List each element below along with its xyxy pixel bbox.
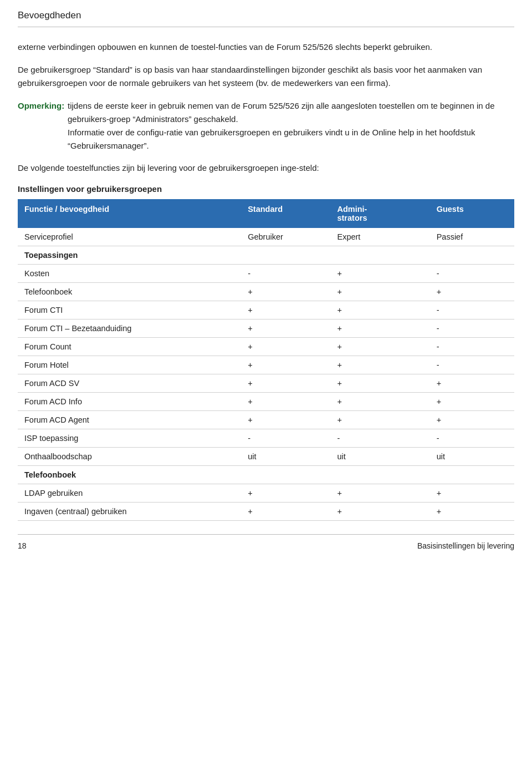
value-cell: + (241, 411, 330, 429)
value-cell: + (330, 411, 429, 429)
feature-cell: Forum Hotel (18, 356, 241, 374)
table-section-title: Instellingen voor gebruikersgroepen (18, 184, 514, 194)
value-cell: + (330, 484, 429, 503)
value-cell: + (330, 319, 429, 338)
value-cell: + (330, 338, 429, 356)
table-row: LDAP gebruiken+++ (18, 484, 514, 503)
feature-cell: Serviceprofiel (18, 228, 241, 246)
table-row: ISP toepassing--- (18, 429, 514, 448)
table-header-row: Functie / bevoegdheid Standard Admini-st… (18, 199, 514, 228)
value-cell: + (241, 503, 330, 521)
value-cell: + (330, 393, 429, 411)
footer-page-number: 18 (18, 541, 27, 550)
col-header-admin: Admini-strators (330, 199, 429, 228)
feature-cell: Telefoonboek (18, 283, 241, 301)
value-cell: + (241, 283, 330, 301)
value-cell: + (330, 283, 429, 301)
value-cell: + (430, 283, 514, 301)
table-row: Telefoonboek (18, 466, 514, 484)
note-block: Opmerking: tijdens de eerste keer in geb… (18, 99, 514, 153)
value-cell: uit (241, 448, 330, 466)
value-cell: - (430, 265, 514, 283)
value-cell: uit (330, 448, 429, 466)
value-cell: + (330, 503, 429, 521)
value-cell: - (430, 429, 514, 448)
value-cell: - (241, 429, 330, 448)
table-row: Toepassingen (18, 246, 514, 265)
value-cell: - (430, 301, 514, 319)
value-cell: - (241, 265, 330, 283)
value-cell: + (241, 338, 330, 356)
value-cell: + (430, 374, 514, 393)
value-cell: + (330, 356, 429, 374)
table-row: Forum ACD Agent+++ (18, 411, 514, 429)
intro-paragraph-2: De gebruikersgroep “Standard” is op basi… (18, 63, 514, 89)
feature-cell: Forum CTI (18, 301, 241, 319)
intro-paragraph-1: externe verbindingen opbouwen en kunnen … (18, 40, 514, 53)
col-header-guests: Guests (430, 199, 514, 228)
footer-label: Basisinstellingen bij levering (417, 541, 514, 550)
page-title: Bevoegdheden (18, 10, 81, 21)
table-row: Kosten-+- (18, 265, 514, 283)
feature-cell: Forum ACD SV (18, 374, 241, 393)
value-cell: + (241, 356, 330, 374)
subheader-label: Toepassingen (18, 246, 514, 265)
feature-cell: LDAP gebruiken (18, 484, 241, 503)
subheader-label: Telefoonboek (18, 466, 514, 484)
page-header: Bevoegdheden (18, 0, 514, 27)
feature-cell: Forum Count (18, 338, 241, 356)
note-row: Opmerking: tijdens de eerste keer in geb… (18, 99, 514, 126)
note-text-1: tijdens de eerste keer in gebruik nemen … (68, 99, 514, 126)
value-cell: + (241, 393, 330, 411)
value-cell: + (241, 484, 330, 503)
col-header-feature: Functie / bevoegdheid (18, 199, 241, 228)
value-cell: Passief (430, 228, 514, 246)
table-row: Forum ACD Info+++ (18, 393, 514, 411)
value-cell: - (330, 429, 429, 448)
value-cell: Expert (330, 228, 429, 246)
table-row: Telefoonboek+++ (18, 283, 514, 301)
note-label: Opmerking: (18, 99, 68, 126)
note-text-2: Informatie over de configu-ratie van geb… (18, 126, 514, 153)
value-cell: - (430, 319, 514, 338)
value-cell: uit (430, 448, 514, 466)
col-header-standard: Standard (241, 199, 330, 228)
table-row: Onthaalboodschapuituituit (18, 448, 514, 466)
feature-cell: Ingaven (centraal) gebruiken (18, 503, 241, 521)
value-cell: + (330, 374, 429, 393)
value-cell: Gebruiker (241, 228, 330, 246)
feature-cell: Forum ACD Info (18, 393, 241, 411)
feature-cell: Kosten (18, 265, 241, 283)
table-row: Forum ACD SV+++ (18, 374, 514, 393)
value-cell: + (430, 503, 514, 521)
value-cell: - (430, 356, 514, 374)
permissions-table: Functie / bevoegdheid Standard Admini-st… (18, 199, 514, 521)
value-cell: + (430, 411, 514, 429)
value-cell: + (241, 301, 330, 319)
value-cell: + (241, 374, 330, 393)
feature-cell: ISP toepassing (18, 429, 241, 448)
intro-paragraph-3: De volgende toestelfuncties zijn bij lev… (18, 161, 514, 174)
table-row: Forum Hotel++- (18, 356, 514, 374)
table-row: Forum CTI – Bezetaanduiding++- (18, 319, 514, 338)
table-row: Ingaven (centraal) gebruiken+++ (18, 503, 514, 521)
table-row: ServiceprofielGebruikerExpertPassief (18, 228, 514, 246)
value-cell: + (430, 393, 514, 411)
value-cell: + (241, 319, 330, 338)
page-footer: 18 Basisinstellingen bij levering (18, 534, 514, 554)
feature-cell: Forum CTI – Bezetaanduiding (18, 319, 241, 338)
value-cell: + (330, 301, 429, 319)
value-cell: + (430, 484, 514, 503)
feature-cell: Onthaalboodschap (18, 448, 241, 466)
feature-cell: Forum ACD Agent (18, 411, 241, 429)
table-row: Forum CTI++- (18, 301, 514, 319)
table-row: Forum Count++- (18, 338, 514, 356)
value-cell: + (330, 265, 429, 283)
value-cell: - (430, 338, 514, 356)
